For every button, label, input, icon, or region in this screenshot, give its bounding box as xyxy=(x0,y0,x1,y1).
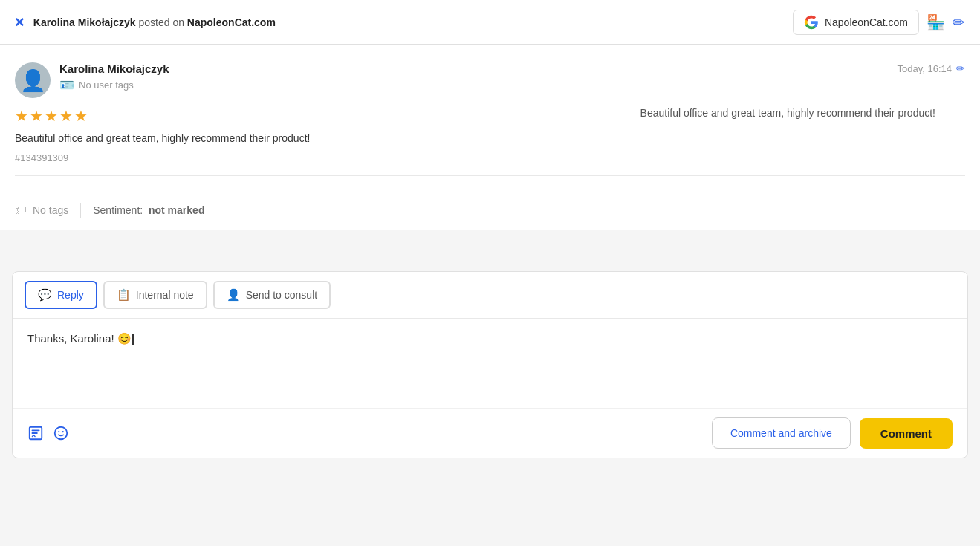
star-1: ★ xyxy=(15,107,28,125)
stars: ★ ★ ★ ★ ★ xyxy=(15,107,310,125)
site-btn-label: NapoleonCat.com xyxy=(825,16,908,28)
comment-button[interactable]: Comment xyxy=(860,418,953,449)
reply-textarea-area[interactable]: Thanks, Karolina! 😊 xyxy=(13,319,967,408)
avatar: 👤 xyxy=(15,62,51,98)
tag-icon: 🏷 xyxy=(15,204,27,217)
edit-icon[interactable]: ✏ xyxy=(956,62,965,74)
review-body-text: Beautiful office and great team, highly … xyxy=(15,131,310,146)
svg-point-1 xyxy=(55,427,68,440)
site-name-header: NapoleonCat.com xyxy=(187,16,276,28)
reviewer-name-header: Karolina Mikołajczyk xyxy=(33,16,136,28)
napoleoncat-site-button[interactable]: NapoleonCat.com xyxy=(793,10,919,35)
main-area: 👤 Karolina Mikołajczyk 🪪 No user tags To… xyxy=(0,45,980,546)
star-3: ★ xyxy=(45,107,58,125)
reply-footer-icons xyxy=(27,425,69,441)
reply-text: Thanks, Karolina! 😊 xyxy=(27,332,132,345)
tab-internal-note[interactable]: 📋 Internal note xyxy=(103,281,207,309)
reviewer-name: Karolina Mikołajczyk xyxy=(59,62,169,75)
tab-reply-label: Reply xyxy=(57,289,84,301)
tab-reply[interactable]: 💬 Reply xyxy=(25,281,97,309)
spacer xyxy=(0,230,980,259)
internal-note-tab-icon: 📋 xyxy=(117,288,131,302)
reply-tabs: 💬 Reply 📋 Internal note 👤 Send to consul… xyxy=(13,272,967,318)
saved-replies-icon xyxy=(27,425,44,441)
tags-row: 🏷 No tags Sentiment: not marked xyxy=(0,191,980,230)
sentiment-value: not marked xyxy=(149,204,204,216)
card-divider xyxy=(15,175,965,176)
emoji-icon xyxy=(53,425,69,441)
send-to-consult-tab-icon: 👤 xyxy=(227,288,241,302)
timestamp-text: Today, 16:14 xyxy=(898,63,952,74)
star-4: ★ xyxy=(59,107,73,125)
tab-send-to-consult[interactable]: 👤 Send to consult xyxy=(213,281,331,309)
review-text-right: Beautiful office and great team, highly … xyxy=(310,107,965,119)
google-icon xyxy=(804,15,819,30)
comment-archive-button[interactable]: Comment and archive xyxy=(712,417,851,449)
scroll-area[interactable]: 👤 Karolina Mikołajczyk 🪪 No user tags To… xyxy=(0,45,980,546)
avatar-icon: 👤 xyxy=(20,68,46,93)
pencil-icon[interactable]: ✏ xyxy=(953,13,965,31)
reply-footer: Comment and archive Comment xyxy=(13,408,967,458)
sentiment-text: Sentiment: not marked xyxy=(93,204,204,216)
no-tags-label: No tags xyxy=(33,204,68,216)
header: × Karolina Mikołajczyk posted on Napoleo… xyxy=(0,0,980,45)
user-tags-icon: 🪪 xyxy=(59,78,74,92)
reviewer-info: 👤 Karolina Mikołajczyk 🪪 No user tags xyxy=(15,62,169,98)
no-user-tags-label: No user tags xyxy=(79,79,134,91)
header-left: × Karolina Mikołajczyk posted on Napoleo… xyxy=(15,13,276,32)
posted-on-label: posted on xyxy=(136,16,187,28)
tab-send-to-consult-label: Send to consult xyxy=(246,289,318,301)
review-card: 👤 Karolina Mikołajczyk 🪪 No user tags To… xyxy=(0,45,980,191)
sentiment-label: Sentiment: xyxy=(93,204,143,216)
star-2: ★ xyxy=(30,107,43,125)
tab-internal-note-label: Internal note xyxy=(136,289,194,301)
saved-replies-button[interactable] xyxy=(27,425,44,441)
close-button[interactable]: × xyxy=(15,13,25,32)
sentiment-divider xyxy=(80,203,81,218)
header-title: Karolina Mikołajczyk posted on NapoleonC… xyxy=(33,16,276,28)
no-tags: 🏷 No tags xyxy=(15,204,80,217)
review-id: #134391309 xyxy=(15,152,310,163)
review-content-row: ★ ★ ★ ★ ★ Beautiful office and great tea… xyxy=(15,107,965,163)
reply-section: 💬 Reply 📋 Internal note 👤 Send to consul… xyxy=(12,271,968,458)
reply-footer-actions: Comment and archive Comment xyxy=(712,417,953,449)
review-header: 👤 Karolina Mikołajczyk 🪪 No user tags To… xyxy=(15,62,965,98)
star-5: ★ xyxy=(74,107,88,125)
review-timestamp: Today, 16:14 ✏ xyxy=(898,62,965,74)
store-icon[interactable]: 🏪 xyxy=(927,13,945,31)
svg-point-2 xyxy=(58,431,59,432)
svg-point-3 xyxy=(62,431,64,432)
text-cursor xyxy=(132,334,134,345)
emoji-button[interactable] xyxy=(53,425,69,441)
review-left: ★ ★ ★ ★ ★ Beautiful office and great tea… xyxy=(15,107,310,163)
user-tags-row: 🪪 No user tags xyxy=(59,78,169,92)
reviewer-details: Karolina Mikołajczyk 🪪 No user tags xyxy=(59,62,169,92)
review-panel: 👤 Karolina Mikołajczyk 🪪 No user tags To… xyxy=(0,45,980,546)
header-right: NapoleonCat.com 🏪 ✏ xyxy=(793,10,965,35)
reply-tab-icon: 💬 xyxy=(38,288,52,302)
